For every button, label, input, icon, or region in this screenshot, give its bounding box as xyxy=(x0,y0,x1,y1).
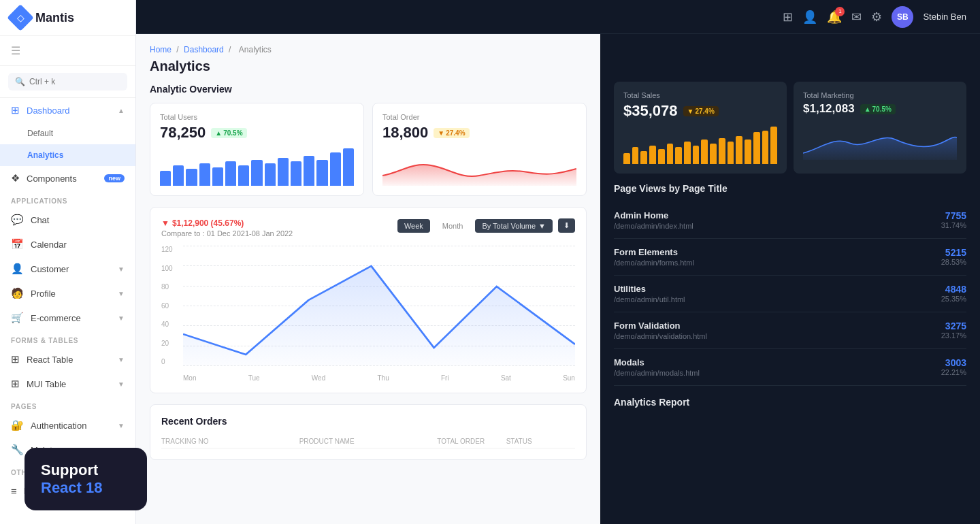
sidebar-item-react-table[interactable]: ⊞ React Table ▼ xyxy=(0,347,135,372)
menu-icon[interactable]: ☰ xyxy=(8,42,23,60)
sidebar-item-profile[interactable]: 🧑 Profile ▼ xyxy=(0,281,135,306)
bar xyxy=(238,165,249,186)
bar xyxy=(753,132,760,164)
sidebar-item-label-ecommerce: E-commerce xyxy=(31,313,81,323)
income-amount: $1,12,900 (45.67%) xyxy=(172,218,244,228)
sidebar-toolbar: ☰ xyxy=(0,36,135,66)
breadcrumb-dashboard[interactable]: Dashboard xyxy=(184,45,224,54)
chat-icon: 💬 xyxy=(11,214,24,226)
sidebar-item-customer[interactable]: 👤 Customer ▼ xyxy=(0,257,135,281)
recent-orders-title: Recent Orders xyxy=(161,416,575,427)
bar xyxy=(658,149,665,164)
sidebar-item-label-mui-table: MUI Table xyxy=(27,379,66,389)
settings-icon[interactable]: ⚙ xyxy=(871,10,882,24)
stat-label-marketing: Total Marketing xyxy=(803,91,957,99)
chevron-down-icon-mui: ▼ xyxy=(118,380,125,388)
maintenance-icon: 🔧 xyxy=(11,444,24,456)
sidebar-item-ecommerce[interactable]: 🛒 E-commerce ▼ xyxy=(0,306,135,330)
sidebar-item-dashboard[interactable]: ⊞ Dashboard ▲ xyxy=(0,98,135,122)
income-controls: Week Month By Total Volume ▼ ⬇ xyxy=(397,218,575,233)
sidebar-item-default[interactable]: Default xyxy=(0,122,135,144)
bar xyxy=(225,161,236,186)
react-table-icon: ⊞ xyxy=(11,353,20,365)
sidebar-item-label-default: Default xyxy=(27,129,53,138)
page-view-info: Utilities /demo/admin/util.html xyxy=(614,284,941,304)
page-view-stats-0: 7755 31.74% xyxy=(941,210,966,229)
stat-card-sales: Total Sales $35,078 ▼ 27.4% xyxy=(614,82,787,174)
sidebar-item-calendar[interactable]: 📅 Calendar xyxy=(0,232,135,257)
btn-month[interactable]: Month xyxy=(436,219,470,233)
bar xyxy=(265,163,276,186)
chart-xaxis: Mon Tue Wed Thu Fri Sat Sun xyxy=(183,374,575,382)
stat-badge-orders: ▼ 27.4% xyxy=(434,128,469,138)
page-view-url-1: /demo/admin/forms.html xyxy=(614,259,941,267)
x-label: Thu xyxy=(377,374,389,382)
income-change: ▼ $1,12,900 (45.67%) xyxy=(161,218,293,228)
grid-icon[interactable]: ⊞ xyxy=(783,10,793,24)
arrow-down-icon-sales: ▼ xyxy=(687,108,694,115)
x-label: Wed xyxy=(312,374,325,382)
page-view-count-3: 3275 xyxy=(941,321,966,331)
nav-section-pages: Pages xyxy=(0,396,135,413)
x-label: Sat xyxy=(501,374,511,382)
breadcrumb-home[interactable]: Home xyxy=(150,45,172,54)
support-react-text: React 18 xyxy=(41,479,131,497)
app-name: Mantis xyxy=(35,11,74,25)
btn-volume[interactable]: By Total Volume ▼ xyxy=(475,219,553,233)
page-view-info: Admin Home /demo/admin/index.html xyxy=(614,210,941,230)
bar xyxy=(701,140,708,164)
orders-table-header: TRACKING NO PRODUCT NAME TOTAL ORDER STA… xyxy=(161,435,575,448)
btn-week[interactable]: Week xyxy=(397,219,430,233)
page-view-title-1: Form Elements xyxy=(614,247,941,257)
ecommerce-icon: 🛒 xyxy=(11,312,24,324)
main-area: ⊞ 👤 🔔 1 ✉ ⚙ SB Stebin Ben Home / Dashboa… xyxy=(136,0,980,524)
col-status: STATUS xyxy=(506,438,575,445)
stat-badge-users: ▲ 70.5% xyxy=(211,128,246,138)
bar xyxy=(160,171,171,186)
stat-value-orders: 18,800 xyxy=(382,124,428,142)
arrow-down-icon: ▼ xyxy=(438,129,444,137)
bell-icon[interactable]: 🔔 1 xyxy=(827,10,842,24)
bar xyxy=(623,153,630,165)
page-view-info: Form Validation /demo/admin/validation.h… xyxy=(614,321,941,340)
page-views-list: Admin Home /demo/admin/index.html 7755 3… xyxy=(614,202,966,386)
chevron-down-icon-auth: ▼ xyxy=(118,422,125,429)
auth-icon: 🔐 xyxy=(11,419,24,431)
page-view-item: Form Elements /demo/admin/forms.html 521… xyxy=(614,239,966,276)
stat-label-users: Total Users xyxy=(160,113,354,121)
stat-card-users: Total Users 78,250 ▲ 70.5% xyxy=(150,103,364,196)
page-view-stats-2: 4848 25.35% xyxy=(941,284,966,303)
bar xyxy=(316,160,327,186)
sidebar-item-components[interactable]: ❖ Components new xyxy=(0,166,135,191)
breadcrumb-current: Analytics xyxy=(239,45,272,54)
person-icon[interactable]: 👤 xyxy=(802,10,817,24)
bar xyxy=(291,161,301,186)
y-label: 0 xyxy=(161,358,180,365)
mail-icon[interactable]: ✉ xyxy=(851,10,862,24)
bar xyxy=(745,140,751,164)
bar xyxy=(632,147,639,164)
bar xyxy=(762,131,769,165)
btn-download[interactable]: ⬇ xyxy=(558,218,575,233)
search-input[interactable] xyxy=(29,77,120,86)
bar xyxy=(186,169,197,186)
header-right: ⊞ 👤 🔔 1 ✉ ⚙ SB Stebin Ben xyxy=(783,6,966,28)
page-view-stats-1: 5215 28.53% xyxy=(941,247,966,266)
avatar[interactable]: SB xyxy=(892,6,913,28)
bar xyxy=(693,146,700,165)
sidebar-item-mui-table[interactable]: ⊞ MUI Table ▼ xyxy=(0,372,135,396)
sidebar-item-chat[interactable]: 💬 Chat xyxy=(0,208,135,232)
income-line-chart: 120 100 80 60 40 20 0 xyxy=(161,246,575,382)
search-icon: 🔍 xyxy=(15,77,25,86)
logo-icon xyxy=(7,4,34,31)
sidebar-item-authentication[interactable]: 🔐 Authentication ▼ xyxy=(0,413,135,438)
bar xyxy=(640,151,647,164)
top-header: ⊞ 👤 🔔 1 ✉ ⚙ SB Stebin Ben xyxy=(136,0,980,34)
sidebar-item-analytics[interactable]: Analytics xyxy=(0,144,135,166)
page-view-title-2: Utilities xyxy=(614,284,941,294)
stat-badge-marketing: ▲ 70.5% xyxy=(860,104,896,114)
support-popup[interactable]: Support React 18 xyxy=(24,448,147,510)
dark-stat-cards: Total Sales $35,078 ▼ 27.4% xyxy=(614,82,966,174)
search-box[interactable]: 🔍 xyxy=(8,73,127,91)
breadcrumb: Home / Dashboard / Analytics xyxy=(150,45,587,54)
